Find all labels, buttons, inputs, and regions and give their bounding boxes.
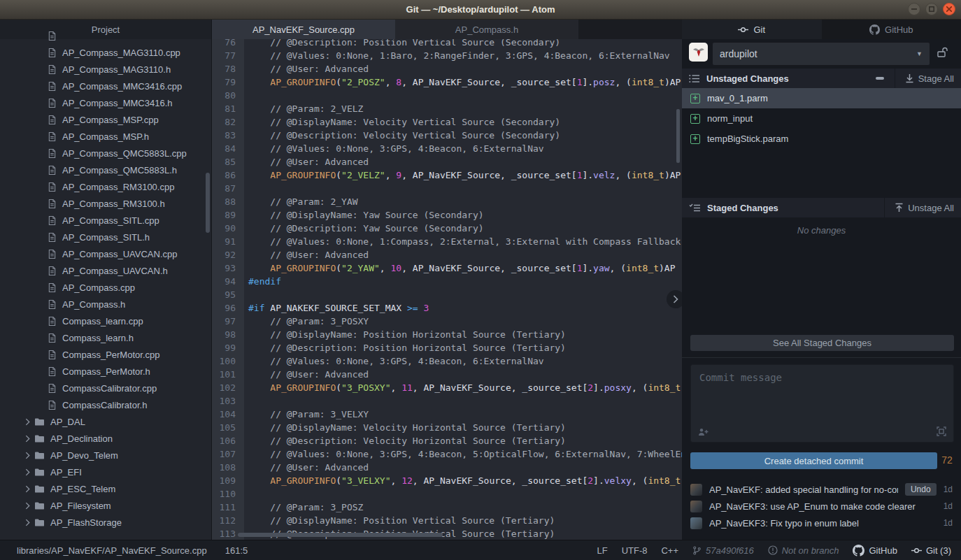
diff-mode-icon[interactable] [865, 76, 895, 81]
code-line[interactable]: 84 // @Values: 0:None, 3:GPS, 4:Beacon, … [212, 142, 682, 155]
tree-file-item[interactable]: Compass_learn.cpp [0, 313, 211, 329]
code-line[interactable]: 92 // @User: Advanced [212, 248, 682, 261]
code-line[interactable]: 90 // @Description: Yaw Source (Secondar… [212, 222, 682, 235]
code-lines[interactable]: 76 // @Description: Position Vertical So… [212, 39, 682, 540]
code-line[interactable]: 91 // @Values: 0:None, 1:Compass, 2:Exte… [212, 235, 682, 248]
tree-file-item[interactable]: AP_Compass_MAG3110.cpp [0, 44, 211, 61]
tab-github[interactable]: GitHub [822, 20, 961, 39]
code-line[interactable]: 101 // @User: Advanced [212, 368, 682, 381]
github-status-button[interactable]: GitHub [853, 545, 897, 557]
coauthor-icon[interactable] [698, 428, 709, 436]
tree-file-item[interactable]: AP_Compass_SITL.h [0, 229, 211, 245]
tree-folder-item[interactable]: AP_Devo_Telem [0, 447, 211, 464]
tree-folder-item[interactable]: AP_FlashStorage [0, 514, 211, 528]
unstaged-file-item[interactable]: +tempBigStick.param [682, 129, 961, 149]
tab-git[interactable]: Git [682, 20, 822, 39]
repo-selector[interactable]: ardupilot ▼ [712, 42, 930, 66]
code-line[interactable]: 107 // @Values: 0:None, 3:GPS, 4:Beacon,… [212, 447, 682, 461]
code-line[interactable]: 104 // @Param: 3_VELXY [212, 408, 682, 421]
editor-vertical-scrollbar[interactable] [676, 109, 680, 163]
tree-folder-item[interactable]: AP_Filesystem [0, 497, 211, 514]
code-line[interactable]: 96#if AP_NAKEKF_SOURCE_SET_MAX >= 3 [212, 301, 682, 315]
code-line[interactable]: 108 // @User: Advanced [212, 461, 682, 474]
language-indicator[interactable]: C++ [661, 545, 678, 556]
code-line[interactable]: 102 AP_GROUPINFO("3_POSXY", 11, AP_NavEK… [212, 381, 682, 394]
unstaged-file-item[interactable]: +norm_input [682, 108, 961, 129]
code-line[interactable]: 82 // @DisplayName: Velocity Vertical So… [212, 115, 682, 129]
panel-expand-handle[interactable] [667, 290, 682, 308]
code-line[interactable]: 98 // @DisplayName: Position Horizontal … [212, 328, 682, 341]
tree-folder-item[interactable]: AP_ESC_Telem [0, 480, 211, 497]
recent-commit-item[interactable]: AP_NavEKF3: Fix typo in enum label1d [682, 515, 961, 531]
title-bar[interactable]: Git — ~/Desktop/ardupilot — Atom [0, 0, 961, 20]
code-editor[interactable]: 76 // @Description: Position Vertical So… [212, 39, 682, 540]
tree-folder-item[interactable]: AP_DAL [0, 413, 211, 430]
tree-file-item[interactable]: AP_Compass_RM3100.h [0, 195, 211, 212]
tree-file-item[interactable]: Compass_PerMotor.h [0, 363, 211, 380]
code-line[interactable]: 80 [212, 89, 682, 102]
tree-file-item[interactable]: AP_Compass_MMC3416.h [0, 94, 211, 111]
tree-file-item[interactable]: AP_Compass_QMC5883L.h [0, 161, 211, 178]
encoding-indicator[interactable]: UTF-8 [622, 545, 648, 556]
code-line[interactable]: 106 // @Description: Velocity Horizontal… [212, 434, 682, 447]
tree-file-item[interactable]: AP_Compass.cpp [0, 279, 211, 296]
code-line[interactable]: 78 // @User: Advanced [212, 62, 682, 76]
code-line[interactable]: 89 // @DisplayName: Yaw Source (Secondar… [212, 208, 682, 222]
tree-file-item[interactable]: AP_Compass_SITL.cpp [0, 212, 211, 229]
close-button[interactable] [943, 3, 955, 15]
tree-file-item[interactable]: CompassCalibrator.h [0, 396, 211, 413]
recent-commit-item[interactable]: AP_NavEKF: added special handling for no… [682, 481, 961, 498]
stage-all-button[interactable]: Stage All [895, 69, 954, 88]
code-line[interactable]: 77 // @Values: 0:None, 1:Baro, 2:RangeFi… [212, 49, 682, 62]
code-line[interactable]: 88 // @Param: 2_YAW [212, 195, 682, 208]
file-path[interactable]: libraries/AP_NavEKF/AP_NavEKF_Source.cpp [17, 545, 207, 556]
code-line[interactable]: 100 // @Values: 0:None, 3:GPS, 4:Beacon,… [212, 354, 682, 368]
git-status-button[interactable]: Git (3) [911, 545, 951, 556]
create-detached-commit-button[interactable]: Create detached commit [690, 452, 937, 469]
tree-file-item[interactable]: AP_Compass_QMC5883L.cpp [0, 145, 211, 161]
tab-ap-compass-h[interactable]: AP_Compass.h [395, 20, 578, 39]
expand-icon[interactable] [937, 426, 946, 436]
code-line[interactable]: 79 AP_GROUPINFO("2_POSZ", 8, AP_NavEKF_S… [212, 76, 682, 89]
cursor-position[interactable]: 161:5 [225, 545, 248, 556]
minimize-button[interactable] [908, 3, 920, 15]
code-line[interactable]: 112 // @DisplayName: Position Vertical S… [212, 514, 682, 527]
tree-file-item[interactable]: AP_Compass_MMC3416.cpp [0, 78, 211, 94]
code-line[interactable]: 97 // @Param: 3_POSXY [212, 315, 682, 328]
tree-folder-item[interactable]: AP_Declination [0, 430, 211, 447]
code-line[interactable]: 85 // @User: Advanced [212, 155, 682, 168]
code-line[interactable]: 111 // @Param: 3_POSZ [212, 501, 682, 514]
code-line[interactable]: 93 AP_GROUPINFO("2_YAW", 10, AP_NavEKF_S… [212, 261, 682, 275]
commit-hash-indicator[interactable]: 57a490f616 [692, 545, 754, 556]
tree-file-item[interactable]: Compass_learn.h [0, 329, 211, 346]
code-line[interactable]: 87 [212, 182, 682, 195]
unstaged-file-item[interactable]: +mav_0_1.parm [682, 88, 961, 108]
code-line[interactable]: 110 [212, 487, 682, 501]
commit-message-input[interactable] [691, 365, 953, 424]
tree-file-item[interactable]: AP_Compass_RM3100.cpp [0, 178, 211, 195]
tree-folder-item[interactable]: AP_EFI [0, 464, 211, 480]
tree-scrollbar[interactable] [206, 173, 210, 233]
code-line[interactable]: 105 // @DisplayName: Velocity Horizontal… [212, 421, 682, 434]
tree-file-item[interactable]: AP_Compass_UAVCAN.h [0, 262, 211, 279]
line-ending-indicator[interactable]: LF [597, 545, 607, 556]
code-line[interactable]: 103 [212, 394, 682, 408]
code-line[interactable]: 81 // @Param: 2_VELZ [212, 102, 682, 115]
tree-file-item[interactable]: AP_Compass_UAVCAN.cpp [0, 245, 211, 262]
undo-button[interactable]: Undo [905, 483, 937, 496]
tab-ap-navekf-source[interactable]: AP_NavEKF_Source.cpp [212, 20, 395, 39]
code-line[interactable]: 83 // @Description: Velocity Vertical So… [212, 129, 682, 142]
maximize-button[interactable] [925, 3, 938, 15]
editor-horizontal-scrollbar[interactable] [238, 533, 443, 537]
tree-file-item[interactable]: AP_Compass_MSP.h [0, 128, 211, 145]
unlock-icon[interactable] [936, 46, 948, 59]
code-line[interactable]: 94#endif [212, 275, 682, 288]
recent-commit-item[interactable]: AP_NavEKF3: use AP_Enum to make code cle… [682, 498, 961, 515]
tree-file-item[interactable]: AP_Compass_MSP.cpp [0, 111, 211, 128]
tree-file-item[interactable]: AP_Compass_MAG3110.h [0, 61, 211, 78]
tree-file-item[interactable]: CompassCalibrator.cpp [0, 380, 211, 396]
code-line[interactable]: 95 [212, 288, 682, 301]
tree-file-item[interactable]: Compass_PerMotor.cpp [0, 346, 211, 363]
branch-status-indicator[interactable]: Not on branch [768, 545, 839, 556]
code-line[interactable]: 99 // @Description: Position Horizontal … [212, 341, 682, 354]
